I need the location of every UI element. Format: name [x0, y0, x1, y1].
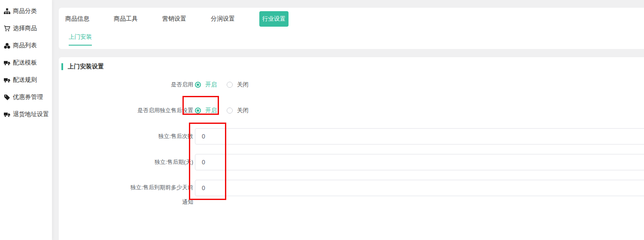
radio-selected-icon [195, 108, 201, 114]
sidebar-item-label: 选择商品 [13, 25, 37, 32]
product-list-icon [3, 42, 10, 49]
sidebar-item-label: 优惠券管理 [13, 93, 43, 101]
field-label: 独立:售后次数 [59, 132, 193, 141]
sidebar-item-select-goods[interactable]: 选择商品 [0, 20, 52, 37]
radio-selected-icon [195, 82, 201, 88]
tag-icon [3, 94, 10, 101]
form-row-aftersale-count: 独立:售后次数 [59, 123, 644, 149]
radio-option-off[interactable]: 关闭 [227, 107, 249, 114]
sidebar-item-coupon-management[interactable]: 优惠券管理 [0, 89, 52, 106]
settings-form: 是否启用 开启 关闭 是否启用独立售后设置 开启 [59, 72, 644, 201]
field-label: 独立:售后到期前多少天前通知 [59, 175, 193, 209]
field-label: 是否启用 [59, 80, 193, 89]
section-title: 上门安装设置 [68, 63, 104, 71]
sidebar-item-delivery-template[interactable]: 配送模板 [0, 54, 52, 71]
sidebar-item-label: 商品列表 [13, 42, 37, 49]
radio-option-on[interactable]: 开启 [195, 81, 217, 89]
cart-icon [3, 25, 10, 32]
sidebar-item-delivery-rules[interactable]: 配送规则 [0, 71, 52, 89]
aftersale-period-input[interactable] [195, 154, 644, 170]
radio-group-enable: 开启 关闭 [195, 81, 644, 89]
radio-option-on[interactable]: 开启 [195, 107, 217, 114]
aftersale-notify-days-input[interactable] [195, 180, 644, 196]
form-row-enable-independent-aftersale: 是否启用独立售后设置 开启 关闭 [59, 98, 644, 123]
tab-industry-settings[interactable]: 行业设置 [259, 11, 289, 27]
field-label: 是否启用独立售后设置 [59, 106, 193, 115]
radio-unselected-icon [227, 108, 233, 114]
field-control [195, 128, 644, 145]
sidebar-item-label: 配送模板 [13, 59, 37, 67]
radio-unselected-icon [227, 82, 233, 88]
truck-icon [3, 77, 10, 83]
sidebar-item-label: 配送规则 [13, 76, 37, 84]
field-control [195, 180, 644, 196]
form-row-aftersale-notify-days: 独立:售后到期前多少天前通知 [59, 175, 644, 201]
radio-option-off[interactable]: 关闭 [227, 81, 249, 89]
sidebar-item-goods-category[interactable]: 商品分类 [0, 3, 52, 20]
field-label: 独立:售后期(天) [59, 158, 193, 166]
sidebar-item-return-address[interactable]: 退货地址设置 [0, 106, 52, 123]
tab-goods-tools[interactable]: 商品工具 [114, 15, 138, 23]
truck-icon [3, 111, 10, 118]
sidebar-item-label: 退货地址设置 [13, 111, 49, 118]
truck-icon [3, 59, 10, 66]
section-accent-bar [61, 63, 63, 70]
radio-group-independent-aftersale: 开启 关闭 [195, 107, 644, 114]
settings-card: 上门安装设置 是否启用 开启 关闭 是否启用独立售后设置 [59, 57, 644, 240]
subtab-door-installation[interactable]: 上门安装 [69, 33, 92, 46]
sidebar-item-goods-list[interactable]: 商品列表 [0, 37, 52, 54]
sidebar: 商品分类 选择商品 商品列表 配送模板 配送规则 优惠券管理 退货地址设置 [0, 0, 52, 240]
tab-marketing-settings[interactable]: 营销设置 [162, 15, 186, 23]
field-control [195, 154, 644, 170]
sidebar-item-label: 商品分类 [13, 7, 37, 15]
tabs-card: 商品信息 商品工具 营销设置 分润设置 行业设置 上门安装 [59, 8, 644, 49]
form-row-enable: 是否启用 开启 关闭 [59, 72, 644, 98]
aftersale-count-input[interactable] [195, 128, 644, 145]
category-tree-icon [3, 8, 10, 15]
form-row-aftersale-period: 独立:售后期(天) [59, 149, 644, 175]
tab-bar: 商品信息 商品工具 营销设置 分润设置 行业设置 [59, 8, 644, 30]
tab-profit-settings[interactable]: 分润设置 [211, 15, 235, 23]
tab-goods-info[interactable]: 商品信息 [65, 15, 89, 23]
section-header: 上门安装设置 [61, 63, 644, 70]
